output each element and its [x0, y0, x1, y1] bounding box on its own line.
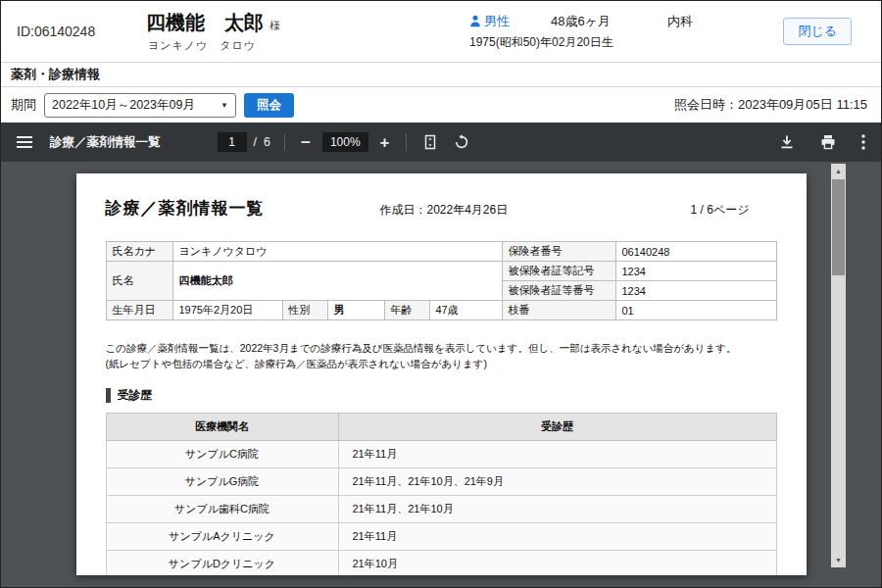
close-button[interactable]: 閉じる — [783, 18, 852, 45]
name-value: 四機能太郎 — [172, 262, 502, 301]
visit-months: 21年11月 — [338, 523, 776, 551]
patient-id: ID:06140248 — [17, 24, 146, 39]
vertical-scrollbar[interactable]: ▲ ▼ — [831, 164, 846, 567]
page-number-input[interactable] — [218, 132, 247, 152]
patient-age: 48歳6ヶ月 — [551, 13, 611, 30]
print-icon[interactable] — [818, 132, 838, 152]
visit-months: 21年11月 — [338, 441, 776, 468]
section-bar: 薬剤・診療情報 — [1, 62, 881, 87]
menu-icon[interactable] — [15, 133, 34, 151]
insurer-value: 06140248 — [615, 242, 776, 262]
column-header-visits: 受診歴 — [338, 414, 776, 441]
document-header: 診療／薬剤情報一覧 作成日：2022年4月26日 1 / 6ページ — [106, 197, 777, 220]
visit-months: 21年11月、21年10月 — [338, 496, 776, 523]
institution-name: サンプルC病院 — [106, 441, 338, 468]
document-created-date: 作成日：2022年4月26日 — [380, 202, 509, 219]
patient-demographics: 男性 48歳6ヶ月 内科 1975(昭和50)年02月20日生 — [469, 13, 693, 51]
period-select[interactable]: 2022年10月～2023年09月 ▼ — [44, 93, 236, 118]
table-row: 氏名 四機能太郎 被保険者証等記号 1234 — [106, 262, 776, 281]
visit-history-table: 医療機関名 受診歴 サンプルC病院 21年11月 サンプルG病院 21年11月、… — [106, 413, 777, 575]
kana-value: ヨンキノウタロウ — [172, 242, 502, 262]
pdf-toolbar: 診療／薬剤情報一覧 / 6 − 100% + — [1, 122, 881, 162]
query-button[interactable]: 照会 — [244, 93, 294, 118]
number-value: 1234 — [615, 281, 776, 301]
birth-label: 生年月日 — [106, 301, 172, 320]
patient-info-table: 氏名カナ ヨンキノウタロウ 保険者番号 06140248 氏名 四機能太郎 被保… — [106, 241, 777, 320]
department-label: 内科 — [667, 13, 693, 30]
patient-name: 四機能 太郎 — [146, 12, 264, 33]
zoom-level: 100% — [322, 132, 368, 152]
symbol-value: 1234 — [615, 262, 776, 281]
zoom-out-button[interactable]: − — [299, 132, 313, 153]
document-note: この診療／薬剤情報一覧は、2022年3月までの診療行為及び医薬品情報を表示してい… — [106, 340, 777, 372]
toolbar-divider — [406, 133, 407, 151]
table-row: 生年月日 1975年2月20日 性別 男 年齢 47歳 枝番 01 — [106, 301, 776, 320]
period-select-value: 2022年10月～2023年09月 — [52, 97, 195, 114]
page-divider: / — [254, 135, 257, 149]
download-icon[interactable] — [777, 132, 797, 152]
rotate-icon[interactable] — [452, 132, 471, 152]
fit-page-icon[interactable] — [420, 132, 440, 152]
branch-value: 01 — [615, 301, 776, 320]
institution-name: サンプルDクリニック — [106, 551, 338, 575]
page-total: 6 — [264, 135, 270, 149]
note-line-1: この診療／薬剤情報一覧は、2022年3月までの診療行為及び医薬品情報を表示してい… — [106, 340, 777, 356]
section-title: 薬剤・診療情報 — [11, 66, 100, 83]
patient-header: ID:06140248 四機能 太郎様 ヨンキノウ タロウ 男性 48歳6ヶ月 … — [1, 1, 881, 62]
gender-label: 男性 — [484, 13, 510, 30]
query-datetime: 照会日時：2023年09月05日 11:15 — [674, 96, 871, 114]
document-title: 診療／薬剤情報一覧 — [106, 197, 265, 220]
table-header-row: 医療機関名 受診歴 — [106, 414, 776, 441]
institution-name: サンプルAクリニック — [106, 523, 338, 551]
table-row: サンプルAクリニック 21年11月 — [106, 523, 776, 551]
age-label: 年齢 — [384, 301, 429, 320]
pdf-page: 診療／薬剤情報一覧 作成日：2022年4月26日 1 / 6ページ 氏名カナ ヨ… — [76, 173, 807, 575]
birth-value: 1975年2月20日 — [172, 301, 282, 320]
kana-label: 氏名カナ — [106, 242, 172, 262]
query-bar: 期間 2022年10月～2023年09月 ▼ 照会 照会日時：2023年09月0… — [1, 87, 881, 122]
table-row: 氏名カナ ヨンキノウタロウ 保険者番号 06140248 — [106, 242, 776, 262]
toolbar-right-icons — [777, 132, 867, 152]
chevron-down-icon: ▼ — [220, 101, 228, 110]
number-label: 被保険者証等番号 — [502, 281, 615, 301]
medical-info-window: ID:06140248 四機能 太郎様 ヨンキノウ タロウ 男性 48歳6ヶ月 … — [0, 0, 882, 588]
male-person-icon — [469, 15, 481, 27]
note-line-2: (紙レセプトや包括の場合など、診療行為／医薬品が表示されない場合があります) — [106, 356, 777, 371]
patient-name-block: 四機能 太郎様 ヨンキノウ タロウ — [146, 10, 342, 53]
patient-kana: ヨンキノウ タロウ — [146, 38, 342, 53]
age-value: 47歳 — [429, 301, 502, 320]
pdf-viewer: 診療／薬剤情報一覧 作成日：2022年4月26日 1 / 6ページ 氏名カナ ヨ… — [1, 162, 881, 588]
institution-name: サンプルG病院 — [106, 468, 338, 496]
table-row: サンプルC病院 21年11月 — [106, 441, 776, 468]
name-label: 氏名 — [106, 262, 172, 301]
scroll-up-icon[interactable]: ▲ — [831, 164, 846, 178]
branch-label: 枝番 — [502, 301, 615, 320]
patient-honorific: 様 — [270, 20, 280, 31]
zoom-in-button[interactable]: + — [378, 132, 392, 153]
insurer-label: 保険者番号 — [502, 242, 615, 262]
scrollbar-thumb[interactable] — [832, 179, 845, 275]
visit-history-section-title: 受診歴 — [106, 388, 777, 404]
period-label: 期間 — [11, 96, 36, 114]
gender-row: 男性 — [469, 13, 510, 30]
visit-months: 21年10月 — [338, 551, 776, 575]
more-options-icon[interactable] — [859, 132, 867, 152]
pdf-document-title: 診療／薬剤情報一覧 — [50, 134, 161, 151]
institution-name: サンプル歯科C病院 — [106, 496, 338, 523]
symbol-label: 被保険者証等記号 — [502, 262, 615, 281]
visit-months: 21年11月、21年10月、21年9月 — [338, 468, 776, 496]
birth-date: 1975(昭和50)年02月20日生 — [469, 34, 693, 51]
scroll-down-icon[interactable]: ▼ — [831, 553, 846, 567]
document-page-indicator: 1 / 6ページ — [691, 202, 750, 219]
sex-value: 男 — [327, 301, 384, 320]
column-header-institution: 医療機関名 — [106, 414, 338, 441]
sex-label: 性別 — [282, 301, 327, 320]
table-row: サンプルG病院 21年11月、21年10月、21年9月 — [106, 468, 776, 496]
toolbar-divider — [284, 133, 285, 151]
table-row: サンプルDクリニック 21年10月 — [106, 551, 776, 575]
table-row: サンプル歯科C病院 21年11月、21年10月 — [106, 496, 776, 523]
